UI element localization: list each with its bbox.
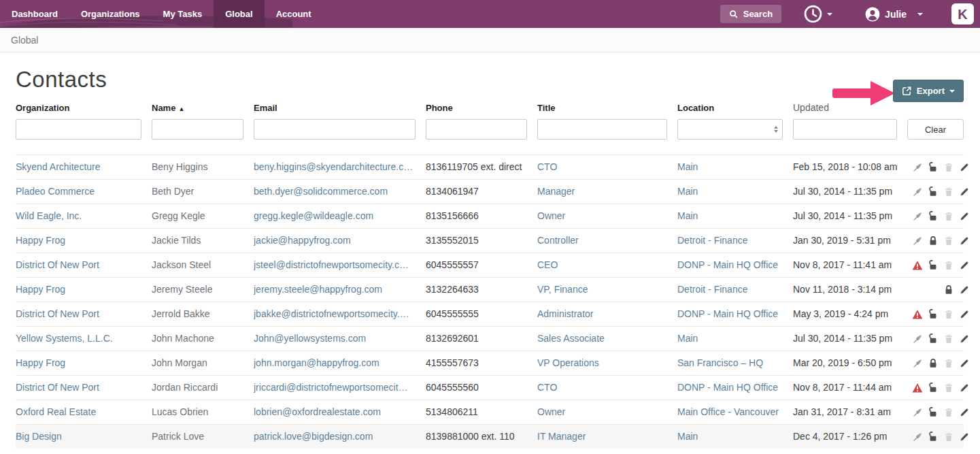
unplug-icon[interactable] [912, 236, 923, 246]
nav-tab-global[interactable]: Global [214, 0, 264, 28]
column-header-phone[interactable]: Phone [426, 102, 537, 119]
delete-icon[interactable] [943, 334, 954, 344]
location-link[interactable]: Detroit - Finance [677, 284, 747, 295]
edit-icon[interactable] [959, 260, 970, 271]
nav-tab-organizations[interactable]: Organizations [69, 0, 152, 28]
search-button[interactable]: Search [720, 5, 781, 23]
lock-icon[interactable] [928, 358, 939, 369]
email-link[interactable]: jsteel@districtofnewportsomecity.c… [254, 259, 409, 270]
location-link[interactable]: Main [677, 210, 698, 221]
email-link[interactable]: beny.higgins@skyendarchitecture.c… [254, 161, 413, 172]
export-button[interactable]: Export [893, 80, 964, 102]
app-logo[interactable]: K [951, 3, 974, 25]
location-link[interactable]: DONP - Main HQ Office [677, 308, 778, 319]
filter-input-updated[interactable] [793, 119, 897, 140]
email-link[interactable]: jbakke@districtofnewportsomecity.… [254, 308, 409, 319]
lock-icon[interactable] [943, 285, 954, 295]
column-header-email[interactable]: Email [254, 102, 426, 119]
breadcrumb[interactable]: Global [11, 35, 38, 46]
column-header-updated[interactable]: Updated [793, 102, 907, 119]
organization-link[interactable]: Pladeo Commerce [16, 186, 95, 197]
unplug-icon[interactable] [912, 187, 923, 197]
email-link[interactable]: jeremy.steele@happyfrog.com [254, 284, 382, 295]
delete-icon[interactable] [943, 260, 954, 271]
unlock-icon[interactable] [928, 211, 939, 222]
warning-icon[interactable] [912, 383, 923, 393]
delete-icon[interactable] [943, 309, 954, 320]
column-header-location[interactable]: Location [677, 102, 793, 119]
unplug-icon[interactable] [912, 334, 923, 344]
email-link[interactable]: beth.dyer@solidcommerce.com [254, 186, 388, 197]
email-link[interactable]: jriccardi@districtofnewportsomecit… [254, 382, 408, 393]
edit-icon[interactable] [959, 162, 970, 173]
delete-icon[interactable] [943, 383, 954, 393]
filter-input-organization[interactable] [16, 119, 141, 140]
location-link[interactable]: Main [677, 431, 698, 442]
filter-input-phone[interactable] [426, 119, 527, 140]
column-header-title[interactable]: Title [537, 102, 677, 119]
email-link[interactable]: John@yellowsystems.com [254, 333, 366, 344]
delete-icon[interactable] [943, 432, 954, 442]
nav-tab-dashboard[interactable]: Dashboard [0, 0, 69, 28]
warning-icon[interactable] [912, 260, 923, 271]
unlock-icon[interactable] [928, 162, 939, 173]
edit-icon[interactable] [959, 334, 970, 344]
email-link[interactable]: patrick.love@bigdesign.com [254, 431, 373, 442]
unlock-icon[interactable] [928, 187, 939, 197]
lock-icon[interactable] [928, 236, 939, 246]
email-link[interactable]: jackie@happyfrog.com [254, 235, 351, 246]
edit-icon[interactable] [959, 285, 970, 295]
nav-tab-account[interactable]: Account [265, 0, 323, 28]
location-link[interactable]: DONP - Main HQ Office [677, 382, 778, 393]
edit-icon[interactable] [959, 236, 970, 246]
delete-icon[interactable] [943, 407, 954, 418]
filter-input-title[interactable] [537, 119, 667, 140]
delete-icon[interactable] [943, 358, 954, 369]
column-header-organization[interactable]: Organization [16, 102, 152, 119]
unlock-icon[interactable] [928, 334, 939, 344]
filter-select-location[interactable] [677, 119, 783, 140]
organization-link[interactable]: District Of New Port [16, 259, 99, 270]
warning-icon[interactable] [912, 309, 923, 320]
unplug-icon[interactable] [912, 407, 923, 418]
organization-link[interactable]: Happy Frog [16, 235, 65, 246]
edit-icon[interactable] [959, 358, 970, 369]
recent-items-menu[interactable] [804, 5, 832, 23]
unlock-icon[interactable] [928, 383, 939, 393]
nav-tab-my-tasks[interactable]: My Tasks [152, 0, 214, 28]
unlock-icon[interactable] [928, 432, 939, 442]
unlock-icon[interactable] [928, 309, 939, 320]
organization-link[interactable]: District Of New Port [16, 308, 99, 319]
edit-icon[interactable] [959, 407, 970, 418]
location-link[interactable]: Main [677, 186, 698, 197]
organization-link[interactable]: Oxford Real Estate [16, 406, 96, 417]
edit-icon[interactable] [959, 187, 970, 197]
location-link[interactable]: Main [677, 333, 698, 344]
email-link[interactable]: john.morgan@happyfrog.com [254, 357, 379, 368]
unplug-icon[interactable] [912, 162, 923, 173]
unplug-icon[interactable] [912, 211, 923, 222]
unlock-icon[interactable] [928, 407, 939, 418]
email-link[interactable]: gregg.kegle@wildeagle.com [254, 210, 373, 221]
edit-icon[interactable] [959, 309, 970, 320]
filter-input-email[interactable] [254, 119, 416, 140]
clear-filters-button[interactable]: Clear [907, 119, 964, 140]
organization-link[interactable]: Wild Eagle, Inc. [16, 210, 82, 221]
edit-icon[interactable] [959, 211, 970, 222]
organization-link[interactable]: District Of New Port [16, 382, 99, 393]
delete-icon[interactable] [943, 187, 954, 197]
location-link[interactable]: DONP - Main HQ Office [677, 259, 778, 270]
location-link[interactable]: Main Office - Vancouver [677, 406, 779, 417]
location-link[interactable]: Main [677, 161, 698, 172]
organization-link[interactable]: Skyend Architecture [16, 161, 101, 172]
organization-link[interactable]: Big Design [16, 431, 62, 442]
user-menu[interactable]: Julie [865, 7, 923, 22]
unplug-icon[interactable] [912, 432, 923, 442]
organization-link[interactable]: Happy Frog [16, 357, 65, 368]
edit-icon[interactable] [959, 432, 970, 442]
organization-link[interactable]: Yellow Systems, L.L.C. [16, 333, 113, 344]
location-link[interactable]: Detroit - Finance [677, 235, 747, 246]
location-link[interactable]: San Francisco – HQ [677, 357, 763, 368]
column-header-name[interactable]: Name▲ [152, 102, 254, 119]
email-link[interactable]: lobrien@oxfordrealestate.com [254, 406, 381, 417]
